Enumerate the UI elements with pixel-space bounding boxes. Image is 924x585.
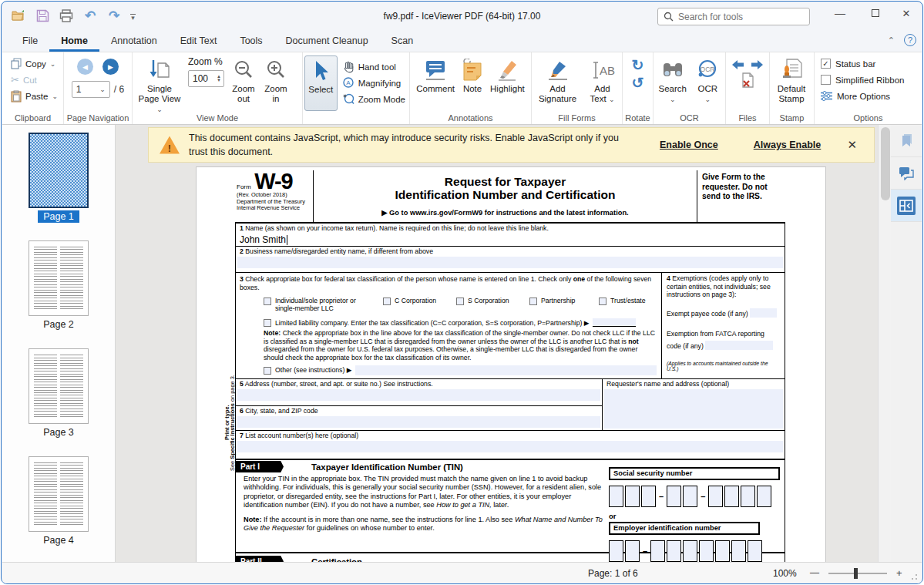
address-field[interactable] [237,389,600,401]
ssn-digit-box[interactable] [741,486,755,507]
thumbnail-page-4[interactable]: Page 4 [2,456,115,546]
page-2-thumbnail-image[interactable] [29,240,89,316]
copy-button[interactable]: Copy⌄ [8,55,62,72]
ein-digit-box[interactable] [715,540,730,562]
zoom-in-button[interactable]: Zoom in [260,55,292,106]
close-button[interactable]: ✕ [893,2,919,25]
save-button[interactable] [35,8,50,23]
ein-digit-box[interactable] [699,540,714,562]
ssn-digit-box[interactable] [724,486,739,507]
open-file-button[interactable] [11,8,26,23]
page-4-thumbnail-image[interactable] [29,456,89,532]
bookmarks-panel-button[interactable] [891,125,922,157]
note-button[interactable]: Note [459,55,486,111]
exempt-payee-field[interactable] [750,308,777,318]
name-field[interactable]: John Smith [236,232,785,247]
tab-tools[interactable]: Tools [228,30,274,52]
panel-layout-button[interactable] [891,190,922,222]
minimize-button[interactable]: — [827,2,853,25]
cut-button[interactable]: ✂ Cut [8,72,62,88]
zoom-in-slider-button[interactable]: + [896,567,902,579]
page-1-thumbnail-image[interactable] [29,133,89,208]
checkbox-individual[interactable]: Individual/sole proprietor or single-mem… [264,297,383,312]
checkbox-llc[interactable]: Limited liability company. Enter the tax… [264,318,658,327]
maximize-button[interactable] [862,2,889,25]
other-field[interactable] [355,365,657,375]
resize-grip[interactable] [911,573,917,580]
help-button[interactable]: ? [904,34,916,46]
zoom-mode-button[interactable]: Zoom Mode [341,91,408,107]
rotate-counterclockwise-button[interactable]: ↺ [632,75,644,91]
thumbnail-page-1[interactable]: Page 1 [2,133,115,222]
comments-panel-button[interactable] [891,157,922,190]
undo-button[interactable]: ↶ [82,8,98,23]
search-document-button[interactable]: Search⌄ [655,55,690,111]
zoom-slider-track[interactable] [828,573,887,574]
search-input[interactable] [678,12,804,22]
tab-annotation[interactable]: Annotation [99,30,169,52]
magnifying-button[interactable]: A Magnifying [341,75,408,91]
always-enable-link[interactable]: Always Enable [754,140,822,150]
checkbox-partnership[interactable]: Partnership [529,297,599,312]
next-file-button[interactable] [751,60,763,69]
previous-page-button[interactable]: ◀ [77,59,93,75]
ocr-button[interactable]: OCR OCR⌄ [691,55,724,111]
zoom-out-button[interactable]: Zoom out [227,55,260,106]
paste-button[interactable]: Paste⌄ [8,88,62,104]
rotate-clockwise-button[interactable]: ↻ [632,57,644,73]
ssn-digit-box[interactable] [708,486,723,507]
add-signature-button[interactable]: Add Signature [534,55,582,111]
page-number-select[interactable]: 1 ⌄ [72,81,110,98]
ssn-digit-box[interactable] [609,486,623,507]
document-view[interactable]: ! This document contains JavaScript, whi… [116,125,878,562]
requester-field[interactable] [604,389,783,429]
default-stamp-button[interactable]: Default Stamp [771,55,811,106]
redo-button[interactable]: ↷ [106,8,122,23]
print-button[interactable] [59,8,74,23]
ssn-digit-box[interactable] [683,486,697,507]
previous-file-button[interactable] [732,60,744,69]
ssn-digit-box[interactable] [625,486,640,507]
next-page-button[interactable]: ▶ [102,59,119,75]
tab-edit-text[interactable]: Edit Text [169,30,229,52]
banner-close-button[interactable]: ✕ [841,138,863,152]
select-tool-button[interactable]: Select [304,55,338,111]
tab-document-cleanup[interactable]: Document Cleanup [274,30,380,52]
checkbox-other[interactable]: Other (see instructions) ▶ [264,365,658,375]
tab-home[interactable]: Home [49,30,99,52]
account-numbers-field[interactable] [237,441,783,452]
ein-digit-box[interactable] [667,540,681,562]
simplified-ribbon-checkbox[interactable]: Simplified Ribbon [821,72,920,88]
enable-once-link[interactable]: Enable Once [660,140,718,150]
more-options-button[interactable]: More Options [821,88,920,104]
business-name-field[interactable] [237,257,783,268]
ein-digit-box[interactable] [683,540,697,562]
status-bar-checkbox[interactable]: ✓ Status bar [821,55,920,72]
ein-digit-box[interactable] [609,540,623,562]
thumbnail-page-2[interactable]: Page 2 [2,240,115,330]
ssn-digit-box[interactable] [667,486,681,507]
ein-digit-box[interactable] [748,540,762,562]
checkbox-s-corporation[interactable]: S Corporation [456,297,529,312]
checkbox-trust-estate[interactable]: Trust/estate [599,297,646,312]
hand-tool-button[interactable]: Hand tool [341,59,408,75]
spinner-down-icon[interactable]: ▼ [217,79,221,82]
tab-scan[interactable]: Scan [380,30,425,52]
customize-toolbar-button[interactable]: ▾ [130,14,136,19]
page-3-thumbnail-image[interactable] [29,348,89,424]
close-file-button[interactable] [741,72,754,88]
ssn-digit-box[interactable] [641,486,656,507]
city-state-zip-field[interactable] [237,416,600,428]
llc-classification-field[interactable] [593,318,636,327]
ein-digit-box[interactable] [625,540,640,562]
ein-digit-box[interactable] [650,540,665,562]
zoom-slider-handle[interactable] [854,568,858,579]
ssn-digit-box[interactable] [757,486,771,507]
zoom-out-slider-button[interactable]: — [810,567,819,578]
ein-digit-box[interactable] [731,540,746,562]
fatca-field[interactable] [705,341,773,350]
comment-button[interactable]: Comment [414,55,457,111]
single-page-view-button[interactable]: Single Page View ⌄ [134,55,185,116]
scrollbar-thumb[interactable] [881,127,890,200]
tool-search[interactable] [657,8,810,25]
